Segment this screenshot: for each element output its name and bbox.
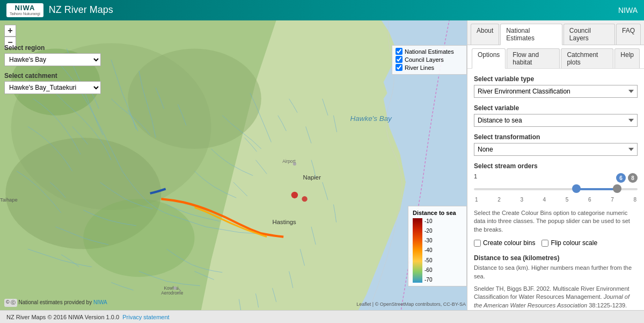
svg-text:Hawke's Bay: Hawke's Bay bbox=[350, 114, 393, 123]
create-colour-bins-label[interactable]: Create colour bins bbox=[474, 239, 535, 247]
stream-orders-slider[interactable] bbox=[474, 184, 638, 195]
svg-point-10 bbox=[302, 196, 307, 202]
variable-type-select[interactable]: River Environment Classification Flow Ha… bbox=[474, 85, 638, 98]
variable-type-group: Select variable type River Environment C… bbox=[474, 75, 638, 98]
slider-ticks: 1 2 3 4 5 6 7 8 bbox=[474, 197, 638, 203]
niwa-logo: NIWA Taihoro Nukurangi bbox=[6, 3, 43, 17]
catchment-select[interactable]: Hawke's Bay_TutaekuriHawke's Bay_Ngaruro… bbox=[4, 81, 101, 94]
svg-text:Airport: Airport bbox=[282, 159, 296, 164]
legend-labels: -10 -20 -30 -40 -50 -60 -70 bbox=[425, 218, 432, 283]
layer-council-checkbox[interactable] bbox=[396, 56, 402, 63]
slider-fill bbox=[576, 188, 617, 190]
variable-select[interactable]: Distance to sea Elevation Slope Catchmen… bbox=[474, 114, 638, 127]
legend-val-6: -60 bbox=[425, 267, 432, 273]
legend-val-3: -30 bbox=[425, 238, 432, 243]
tick-2: 2 bbox=[497, 197, 501, 203]
stream-orders-label: Select stream orders bbox=[474, 162, 638, 170]
main-area: Napier Hastings Taihape Hawke's Bay Airp… bbox=[0, 20, 644, 310]
legend-bar: -10 -20 -30 -40 -50 -60 -70 bbox=[413, 218, 462, 283]
layer-river-label: River Lines bbox=[405, 64, 434, 71]
layer-river-checkbox[interactable] bbox=[396, 64, 402, 71]
variable-type-label: Select variable type bbox=[474, 75, 638, 83]
flip-colour-scale-checkbox[interactable] bbox=[541, 240, 548, 247]
right-panel: About National Estimates Council Layers … bbox=[467, 20, 644, 310]
variable-group: Select variable Distance to sea Elevatio… bbox=[474, 104, 638, 127]
tab-council-layers[interactable]: Council Layers bbox=[564, 24, 615, 45]
footer: NZ River Maps © 2016 NIWA Version 1.0.0 … bbox=[0, 310, 644, 323]
logo-area: NIWA Taihoro Nukurangi NZ River Maps bbox=[6, 3, 113, 17]
slider-thumb-high[interactable] bbox=[613, 184, 621, 193]
niwa-subtext: Taihoro Nukurangi bbox=[10, 12, 40, 16]
create-colour-bins-checkbox[interactable] bbox=[474, 240, 481, 247]
layer-national-label: National Estimates bbox=[405, 48, 454, 55]
layer-item-council: Council Layers bbox=[396, 56, 463, 63]
catchment-label: Select catchment bbox=[4, 72, 101, 80]
flip-colour-scale-text: Flip colour scale bbox=[551, 239, 597, 247]
transformation-group: Select transformation None Log Square ro… bbox=[474, 133, 638, 156]
variable-label: Select variable bbox=[474, 104, 638, 112]
tick-7: 7 bbox=[611, 197, 614, 203]
colour-bins-row: Create colour bins Flip colour scale bbox=[474, 239, 638, 247]
inner-tab-catchment-plots[interactable]: Catchment plots bbox=[561, 48, 613, 68]
select-region-box: Select region Hawke's BayAucklandWelling… bbox=[4, 44, 101, 66]
layer-checkboxes: National Estimates Council Layers River … bbox=[392, 45, 467, 75]
layer-national-checkbox[interactable] bbox=[396, 48, 402, 55]
slider-thumb-low[interactable] bbox=[572, 184, 581, 193]
stream-orders-high-thumb-label: 8 bbox=[628, 173, 638, 183]
create-colour-bins-text: Create colour bins bbox=[483, 239, 535, 247]
layer-item-national: National Estimates bbox=[396, 48, 463, 55]
stream-orders-value-left: 1 bbox=[474, 173, 477, 183]
legend-val-1: -10 bbox=[425, 218, 432, 224]
stream-orders-low-thumb-label: 6 bbox=[616, 173, 626, 183]
map-container[interactable]: Napier Hastings Taihape Hawke's Bay Airp… bbox=[0, 20, 467, 310]
attribution-text: National estimates provided by bbox=[18, 299, 93, 305]
leaflet-attribution: Leaflet | © OpenStreetMap contributors, … bbox=[356, 302, 466, 307]
layer-item-river: River Lines bbox=[396, 64, 463, 71]
legend-val-4: -40 bbox=[425, 247, 432, 253]
header: NIWA Taihoro Nukurangi NZ River Maps NIW… bbox=[0, 0, 644, 20]
svg-point-7 bbox=[83, 199, 194, 277]
svg-text:Taihape: Taihape bbox=[0, 197, 18, 203]
tick-3: 3 bbox=[520, 197, 523, 203]
inner-tab-options[interactable]: Options bbox=[472, 48, 506, 69]
tick-4: 4 bbox=[543, 197, 546, 203]
tab-faq[interactable]: FAQ bbox=[616, 24, 641, 45]
top-tabs: About National Estimates Council Layers … bbox=[467, 20, 644, 45]
inner-tab-flow-habitat[interactable]: Flow and habitat bbox=[507, 48, 560, 68]
inner-tabs: Options Flow and habitat Catchment plots… bbox=[467, 45, 644, 69]
region-select[interactable]: Hawke's BayAucklandWellingtonCanterbury bbox=[4, 53, 101, 66]
map-legend: Distance to sea -10 -20 -30 -40 -50 -60 … bbox=[408, 206, 467, 286]
transformation-select[interactable]: None Log Square root bbox=[474, 143, 638, 156]
legend-val-5: -50 bbox=[425, 257, 432, 263]
svg-point-5 bbox=[128, 49, 261, 149]
tick-1: 1 bbox=[475, 197, 478, 203]
transformation-label: Select transformation bbox=[474, 133, 638, 141]
citation-volume: 38 bbox=[589, 302, 595, 308]
flip-colour-scale-label[interactable]: Flip colour scale bbox=[541, 239, 597, 247]
legend-val-2: -20 bbox=[425, 228, 432, 234]
privacy-statement-link[interactable]: Privacy statement bbox=[122, 314, 169, 320]
layer-council-label: Council Layers bbox=[405, 56, 444, 63]
tab-about[interactable]: About bbox=[471, 24, 499, 45]
niwa-logo-text: NIWA bbox=[14, 4, 35, 12]
var-desc-title: Distance to sea (kilometres) bbox=[474, 254, 638, 262]
legend-title: Distance to sea bbox=[413, 210, 462, 216]
footer-copyright: NZ River Maps © 2016 NIWA Version 1.0.0 bbox=[6, 314, 119, 320]
tab-national-estimates[interactable]: National Estimates bbox=[500, 24, 562, 45]
zoom-in-button[interactable]: + bbox=[4, 25, 16, 37]
region-label: Select region bbox=[4, 44, 101, 52]
select-catchment-box: Select catchment Hawke's Bay_TutaekuriHa… bbox=[4, 72, 101, 94]
tick-5: 5 bbox=[566, 197, 569, 203]
inner-tab-help[interactable]: Help bbox=[614, 48, 640, 68]
tick-8: 8 bbox=[633, 197, 636, 203]
svg-point-19 bbox=[173, 286, 177, 290]
app-title: NZ River Maps bbox=[49, 4, 113, 16]
map-attribution: ©ⓒ National estimates provided by NIWA bbox=[4, 299, 107, 307]
panel-content: Select variable type River Environment C… bbox=[467, 69, 644, 310]
svg-text:Hastings: Hastings bbox=[273, 219, 297, 225]
citation-pages: :1225-1239. bbox=[595, 302, 627, 308]
leaflet-text: Leaflet | © OpenStreetMap contributors, … bbox=[356, 302, 466, 307]
legend-gradient bbox=[413, 218, 422, 283]
niwa-right-link[interactable]: NIWA bbox=[618, 6, 638, 15]
attribution-niwa-link[interactable]: NIWA bbox=[93, 299, 107, 305]
